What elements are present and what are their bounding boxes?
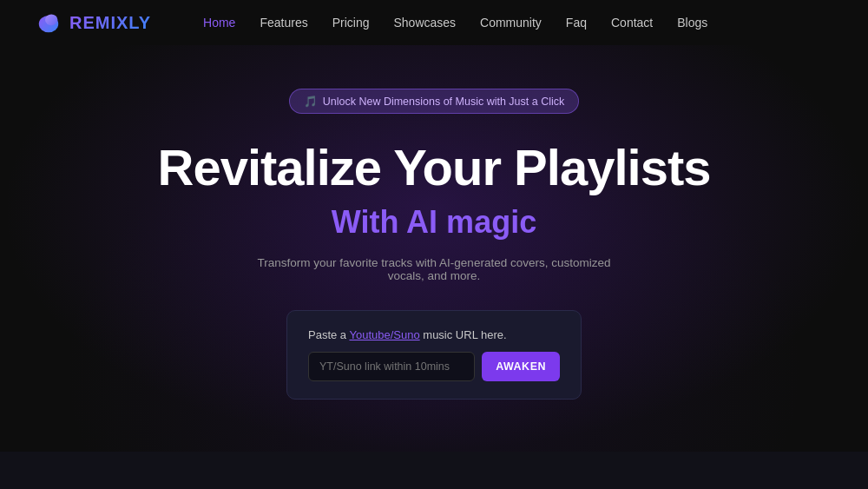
hero-title: Revitalize Your Playlists [158,140,711,195]
nav-pricing[interactable]: Pricing [332,16,370,30]
nav-blogs[interactable]: Blogs [677,16,707,30]
url-card: Paste a Youtube/Suno music URL here. AWA… [286,310,582,400]
url-label-suffix: music URL here. [420,328,507,341]
logo-text: REMIXLY [69,13,151,33]
navbar: REMIXLY Home Features Pricing Showcases … [0,0,868,45]
logo-icon [35,9,62,36]
logo[interactable]: REMIXLY [35,9,151,36]
hero-section: 🎵 Unlock New Dimensions of Music with Ju… [0,45,868,452]
awaken-button[interactable]: AWAKEN [482,352,560,381]
nav-home[interactable]: Home [203,16,235,30]
hero-badge: 🎵 Unlock New Dimensions of Music with Ju… [289,89,580,114]
url-input-row: AWAKEN [308,352,560,381]
nav-features[interactable]: Features [260,16,307,30]
url-label-prefix: Paste a [308,328,349,341]
nav-links: Home Features Pricing Showcases Communit… [203,15,707,30]
nav-showcases[interactable]: Showcases [393,16,456,30]
nav-contact[interactable]: Contact [611,16,653,30]
nav-community[interactable]: Community [480,16,542,30]
url-input[interactable] [308,352,475,381]
features-section: MAIN FEATURE Awaken - Revive Your Playli… [0,452,868,489]
svg-point-1 [45,14,57,25]
url-link[interactable]: Youtube/Suno [349,328,419,341]
badge-emoji: 🎵 [304,95,318,108]
url-label: Paste a Youtube/Suno music URL here. [308,328,560,341]
hero-subtitle: With AI magic [332,204,536,241]
badge-text: Unlock New Dimensions of Music with Just… [323,96,565,108]
nav-faq[interactable]: Faq [566,16,587,30]
hero-description: Transform your favorite tracks with AI-g… [252,256,616,282]
